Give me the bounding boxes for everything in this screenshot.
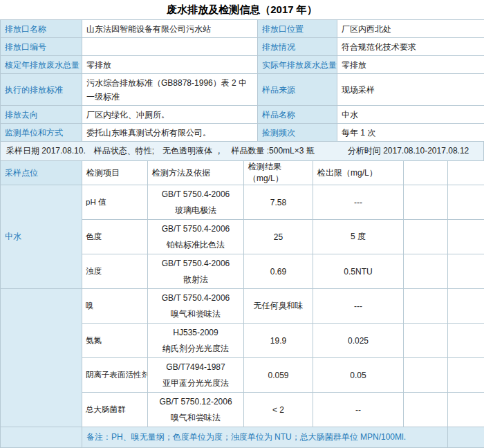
result-cell: 25: [244, 220, 313, 254]
info-value-discharge-destination: 厂区内绿化、冲厕所。: [82, 106, 258, 124]
limit-cell: ---: [313, 289, 404, 324]
method-standard: HJ535-2009: [151, 325, 241, 341]
info-value-outlet-number: [82, 38, 258, 56]
result-cell: 0.059: [244, 358, 313, 393]
method-cell: GB/T 5750.4-2006 嗅气和尝味法: [148, 289, 244, 324]
empty-cell: [404, 393, 448, 427]
empty-cell: [448, 185, 484, 220]
item-cell: 浊度: [82, 254, 148, 289]
col-header-sampling-point: 采样点位: [1, 161, 82, 185]
info-row: 排放口名称 山东法因智能设备有限公司污水站 排放口位置 厂区内西北处: [1, 20, 484, 38]
method-standard: GB/T 5750.12-2006: [151, 394, 241, 410]
item-cell: 氨氮: [82, 324, 148, 358]
sample-date: 采样日期 2017.08.10.: [6, 145, 86, 157]
info-row: 核定年排放废水总量 零排放 实际年排放废水总量 零排放: [1, 56, 484, 74]
method-standard: GB/T 5750.4-2006: [151, 256, 241, 272]
col-header-empty-1: [404, 161, 448, 185]
empty-cell: [448, 324, 484, 358]
sampling-point-empty-cell: [1, 289, 82, 427]
method-name: 亚甲蓝分光光度法: [151, 375, 241, 391]
info-row: 执行的排放标准 污水综合排放标准（GB8878-1996）表 2 中一级标准 样…: [1, 74, 484, 106]
info-value-monitoring-unit: 委托山东唯真测试分析有限公司。: [82, 124, 258, 142]
empty-cell: [448, 289, 484, 324]
sampling-point-cell: 中水: [1, 185, 82, 289]
empty-cell: [404, 220, 448, 254]
sample-state-value: 无色透明液体 ，: [162, 145, 223, 157]
info-value-outlet-location: 厂区内西北处: [337, 20, 484, 38]
empty-cell: [404, 185, 448, 220]
method-name: 嗅气和尝味法: [151, 306, 241, 322]
info-value-outlet-name: 山东法因智能设备有限公司污水站: [82, 20, 258, 38]
empty-cell: [448, 254, 484, 289]
info-label-outlet-location: 排放口位置: [258, 20, 337, 38]
empty-cell: [404, 358, 448, 393]
info-table: 排放口名称 山东法因智能设备有限公司污水站 排放口位置 厂区内西北处 排放口编号…: [0, 19, 484, 142]
item-cell: 色度: [82, 220, 148, 254]
result-cell: 7.58: [244, 185, 313, 220]
info-label-discharge-destination: 排放去向: [1, 106, 82, 124]
item-cell: 阴离子表面活性剂: [82, 358, 148, 393]
method-standard: GB/T 5750.4-2006: [151, 290, 241, 306]
info-label-sample-source: 样品来源: [258, 74, 337, 106]
info-label-approved-total: 核定年排放废水总量: [1, 56, 82, 74]
info-value-approved-total: 零排放: [82, 56, 258, 74]
method-name: 散射法: [151, 272, 241, 288]
remark-left-empty-cell: [1, 427, 82, 448]
info-row: 排放去向 厂区内绿化、冲厕所。 样品名称 中水: [1, 106, 484, 124]
analysis-time: 分析时间 2017.08.10-2017.08.12: [348, 145, 469, 157]
method-cell: GB/T7494-1987 亚甲蓝分光光度法: [148, 358, 244, 393]
col-header-result: 检测结果（mg/L）: [244, 161, 313, 185]
col-header-method: 检测方法及依据: [148, 161, 244, 185]
method-name: 嗅气和尝味法: [151, 410, 241, 426]
remark-right-empty-cell: [448, 427, 484, 448]
col-header-empty-2: [448, 161, 484, 185]
method-standard: GB/T7494-1987: [151, 360, 241, 375]
page-title: 废水排放及检测信息（2017 年）: [0, 0, 484, 19]
empty-cell: [448, 358, 484, 393]
sample-info-bar: 采样日期 2017.08.10. 样品状态、特性; 无色透明液体 ， 样品数量 …: [0, 142, 484, 160]
info-value-test-frequency: 每年 1 次: [337, 124, 484, 142]
item-cell: pH 值: [82, 185, 148, 220]
result-cell: 19.9: [244, 324, 313, 358]
detection-row-ph: 中水 pH 值 GB/T 5750.4-2006 玻璃电极法 7.58 ---: [1, 185, 484, 220]
info-row: 排放口编号 排放情况 符合规范化技术要求: [1, 38, 484, 56]
method-cell: GB/T 5750.12-2006 嗅气和尝味法: [148, 393, 244, 427]
info-label-actual-total: 实际年排放废水总量: [258, 56, 337, 74]
info-label-standard: 执行的排放标准: [1, 74, 82, 106]
info-label-monitoring-unit: 监测单位和方式: [1, 124, 82, 142]
remark-row: 备注：PH、嗅无量纲；色度单位为度；浊度单位为 NTU；总大肠菌群单位 MPN/…: [1, 427, 484, 448]
limit-cell: 0.05: [313, 358, 404, 393]
method-standard: GB/T 5750.4-2006: [151, 221, 241, 237]
empty-cell: [448, 393, 484, 427]
col-header-limit: 检出限（mg/L）: [313, 161, 404, 185]
info-value-discharge-status: 符合规范化技术要求: [337, 38, 484, 56]
remark-cell: 备注：PH、嗅无量纲；色度单位为度；浊度单位为 NTU；总大肠菌群单位 MPN/…: [82, 427, 448, 448]
info-label-outlet-name: 排放口名称: [1, 20, 82, 38]
detection-table: 采样点位 检测项目 检测方法及依据 检测结果（mg/L） 检出限（mg/L） 中…: [0, 160, 484, 448]
sample-state-label: 样品状态、特性;: [94, 145, 154, 157]
info-value-standard: 污水综合排放标准（GB8878-1996）表 2 中一级标准: [82, 74, 258, 106]
limit-cell: 5 度: [313, 220, 404, 254]
info-label-outlet-number: 排放口编号: [1, 38, 82, 56]
info-row: 监测单位和方式 委托山东唯真测试分析有限公司。 捡测频次 每年 1 次: [1, 124, 484, 142]
empty-cell: [404, 254, 448, 289]
empty-cell: [404, 289, 448, 324]
info-value-sample-source: 现场采样: [337, 74, 484, 106]
sample-quantity: 样品数量 :500mL×3 瓶: [231, 145, 314, 157]
result-cell: 无任何臭和味: [244, 289, 313, 324]
method-standard: GB/T 5750.4-2006: [151, 187, 241, 203]
item-cell: 嗅: [82, 289, 148, 324]
limit-cell: --: [313, 393, 404, 427]
limit-cell: 0.5NTU: [313, 254, 404, 289]
result-cell: < 2: [244, 393, 313, 427]
method-name: 玻璃电极法: [151, 203, 241, 218]
detection-header-row: 采样点位 检测项目 检测方法及依据 检测结果（mg/L） 检出限（mg/L）: [1, 161, 484, 185]
limit-cell: ---: [313, 185, 404, 220]
info-value-actual-total: 零排放: [337, 56, 484, 74]
method-cell: GB/T 5750.4-2006 玻璃电极法: [148, 185, 244, 220]
item-cell: 总大肠菌群: [82, 393, 148, 427]
method-name: 铂钴标准比色法: [151, 237, 241, 253]
method-cell: GB/T 5750.4-2006 铂钴标准比色法: [148, 220, 244, 254]
empty-cell: [448, 220, 484, 254]
info-label-discharge-status: 排放情况: [258, 38, 337, 56]
